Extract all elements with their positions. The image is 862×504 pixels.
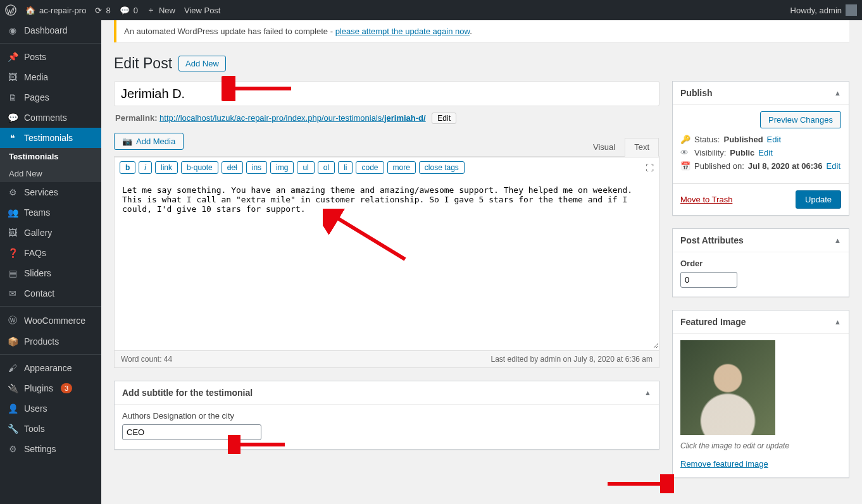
howdy-account[interactable]: Howdy, admin xyxy=(790,4,857,16)
comment-icon: 💬 xyxy=(120,6,130,15)
wp-logo[interactable] xyxy=(5,4,16,16)
qt-link[interactable]: link xyxy=(155,161,178,174)
menu-services[interactable]: ⚙Services xyxy=(0,182,101,202)
last-edited: Last edited by admin on July 8, 2020 at … xyxy=(491,355,653,364)
post-title-input[interactable] xyxy=(114,81,659,106)
view-post-link[interactable]: View Post xyxy=(184,6,221,15)
new-content-link[interactable]: ＋New xyxy=(147,4,175,16)
qt-i[interactable]: i xyxy=(139,161,152,174)
order-input[interactable] xyxy=(680,272,737,288)
tab-text[interactable]: Text xyxy=(625,138,659,157)
qt-close[interactable]: close tags xyxy=(419,161,465,174)
featured-image-hint: Click the image to edit or update xyxy=(680,441,841,450)
post-attributes-box: Post Attributes ▲ Order xyxy=(672,228,849,297)
mail-icon: ✉ xyxy=(6,288,19,298)
publish-box-header[interactable]: Publish ▲ xyxy=(673,82,849,105)
menu-users[interactable]: 👤Users xyxy=(0,398,101,419)
qt-img[interactable]: img xyxy=(270,161,294,174)
chevron-up-icon: ▲ xyxy=(644,389,651,396)
editor: Visual Text b i link b-quote del ins img… xyxy=(114,156,659,368)
notice-link[interactable]: please attempt the update again now xyxy=(335,27,470,36)
preview-changes-button[interactable]: Preview Changes xyxy=(760,111,841,128)
permalink-label: Permalink: xyxy=(115,113,157,123)
menu-plugins[interactable]: 🔌Plugins3 xyxy=(0,378,101,398)
menu-appearance[interactable]: 🖌Appearance xyxy=(0,358,101,378)
qt-li[interactable]: li xyxy=(338,161,353,174)
move-to-trash-link[interactable]: Move to Trash xyxy=(680,195,732,204)
update-button[interactable]: Update xyxy=(796,190,841,209)
submenu-testimonials-list[interactable]: Testimonials xyxy=(0,148,101,165)
site-name-link[interactable]: 🏠ac-repair-pro xyxy=(25,6,86,15)
page-icon: 🗎 xyxy=(6,92,19,102)
plugin-icon: 🔌 xyxy=(6,383,19,393)
menu-media[interactable]: 🖾Media xyxy=(0,67,101,87)
qt-del[interactable]: del xyxy=(222,161,243,174)
featured-image-thumbnail[interactable] xyxy=(680,340,775,435)
menu-woocommerce[interactable]: ⓦWooCommerce xyxy=(0,310,101,331)
menu-posts[interactable]: 📌Posts xyxy=(0,47,101,67)
tools-icon: 🔧 xyxy=(6,424,19,434)
key-icon: 🔑 xyxy=(680,135,690,144)
media-icon: 🖾 xyxy=(6,72,19,82)
add-new-button[interactable]: Add New xyxy=(178,56,226,71)
chevron-up-icon: ▲ xyxy=(834,237,841,244)
plugins-badge: 3 xyxy=(61,383,72,393)
designation-input[interactable] xyxy=(122,424,261,440)
user-icon: 👤 xyxy=(6,403,19,414)
updates-link[interactable]: ⟳8 xyxy=(95,6,110,15)
camera-icon: 📷 xyxy=(122,137,132,146)
tab-visual[interactable]: Visual xyxy=(584,138,625,156)
notice-text: An automated WordPress update has failed… xyxy=(124,27,335,36)
admin-bar: 🏠ac-repair-pro ⟳8 💬0 ＋New View Post Howd… xyxy=(0,0,862,20)
plus-icon: ＋ xyxy=(147,4,155,16)
comments-link[interactable]: 💬0 xyxy=(120,6,138,15)
menu-products[interactable]: 📦Products xyxy=(0,331,101,352)
remove-featured-image-link[interactable]: Remove featured image xyxy=(680,459,768,469)
add-media-button[interactable]: 📷Add Media xyxy=(114,133,184,150)
qt-ins[interactable]: ins xyxy=(246,161,267,174)
menu-testimonials[interactable]: ❝Testimonials xyxy=(0,128,101,148)
publish-box: Publish ▲ Preview Changes 🔑Status: Publi… xyxy=(672,81,849,216)
subtitle-metabox: Add subtitle for the testimonial ▲ Autho… xyxy=(114,381,659,450)
qt-ul[interactable]: ul xyxy=(297,161,314,174)
menu-settings[interactable]: ⚙Settings xyxy=(0,439,101,459)
main-content: An automated WordPress update has failed… xyxy=(101,20,862,504)
menu-sliders[interactable]: ▤Sliders xyxy=(0,263,101,283)
featured-image-header[interactable]: Featured Image ▲ xyxy=(673,310,849,334)
menu-pages[interactable]: 🗎Pages xyxy=(0,87,101,108)
home-icon: 🏠 xyxy=(25,6,35,15)
dashboard-icon: ◉ xyxy=(6,25,19,35)
qt-bquote[interactable]: b-quote xyxy=(181,161,218,174)
chevron-up-icon: ▲ xyxy=(834,89,841,97)
qt-more[interactable]: more xyxy=(387,161,416,174)
content-textarea[interactable] xyxy=(115,178,659,348)
permalink-edit-button[interactable]: Edit xyxy=(432,113,456,124)
page-title: Edit Post xyxy=(114,55,172,72)
order-label: Order xyxy=(680,259,841,268)
brush-icon: 🖌 xyxy=(6,363,19,373)
qt-code[interactable]: code xyxy=(356,161,384,174)
settings-icon: ⚙ xyxy=(6,444,19,454)
menu-faqs[interactable]: ❓FAQs xyxy=(0,243,101,263)
submenu-testimonials-add[interactable]: Add New xyxy=(0,165,101,182)
comment-icon: 💬 xyxy=(6,113,19,123)
services-icon: ⚙ xyxy=(6,187,19,197)
fullscreen-icon[interactable]: ⛶ xyxy=(646,163,654,173)
subtitle-metabox-header[interactable]: Add subtitle for the testimonial ▲ xyxy=(115,381,659,405)
qt-b[interactable]: b xyxy=(120,161,135,174)
menu-tools[interactable]: 🔧Tools xyxy=(0,419,101,439)
permalink-link[interactable]: http://localhost/luzuk/ac-repair-pro/ind… xyxy=(159,113,426,123)
menu-contact[interactable]: ✉Contact xyxy=(0,283,101,304)
attributes-box-header[interactable]: Post Attributes ▲ xyxy=(673,229,849,252)
pin-icon: 📌 xyxy=(6,52,19,62)
edit-visibility-link[interactable]: Edit xyxy=(758,148,772,157)
menu-dashboard[interactable]: ◉Dashboard xyxy=(0,20,101,40)
avatar-icon xyxy=(846,4,857,16)
chevron-up-icon: ▲ xyxy=(834,318,841,326)
menu-teams[interactable]: 👥Teams xyxy=(0,202,101,223)
edit-status-link[interactable]: Edit xyxy=(767,135,781,144)
edit-date-link[interactable]: Edit xyxy=(827,161,840,171)
qt-ol[interactable]: ol xyxy=(318,161,335,174)
menu-gallery[interactable]: 🖼Gallery xyxy=(0,223,101,243)
menu-comments[interactable]: 💬Comments xyxy=(0,108,101,128)
